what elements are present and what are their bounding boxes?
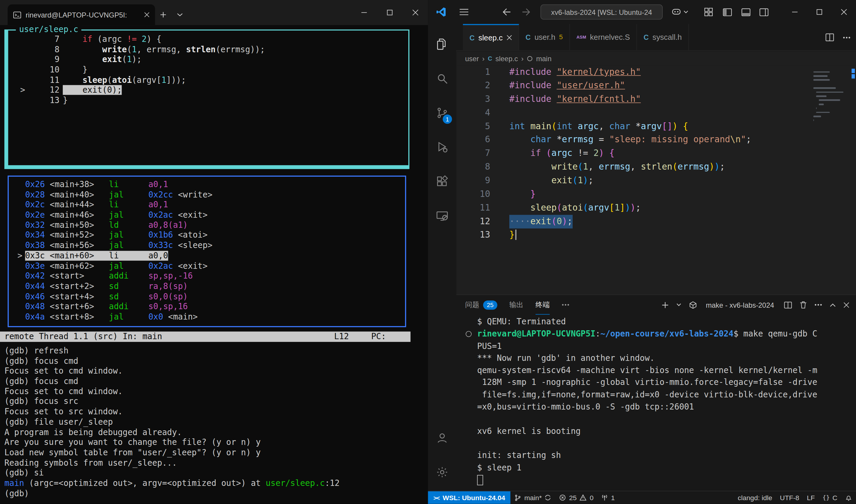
symbol-method-icon	[527, 55, 533, 61]
vscode-maximize-button[interactable]	[807, 0, 832, 24]
terminal-tab[interactable]: rinevard@LAPTOP-UCVNGP5I:	[8, 4, 155, 25]
command-center-search[interactable]: xv6-labs-2024 [WSL: Ubuntu-24	[541, 4, 663, 20]
eol-indicator[interactable]: LF	[803, 493, 819, 501]
problems-label: 问题	[465, 300, 479, 310]
gdb-console[interactable]: (gdb) refresh(gdb) focus cmdFocus set to…	[4, 346, 425, 499]
settings-gear-icon[interactable]	[428, 458, 456, 486]
account-icon[interactable]	[428, 424, 456, 452]
viewport: rinevard@LAPTOP-UCVNGP5I: user/sleep.c 7…	[0, 0, 856, 504]
c-file-icon: C	[469, 34, 475, 42]
code-line: 10 }	[8, 65, 409, 75]
code-line: qemu-system-riscv64 -machine virt -bios …	[465, 364, 848, 377]
remote-explorer-icon[interactable]	[428, 202, 456, 230]
notifications-bell[interactable]	[841, 493, 856, 501]
ports-indicator[interactable]: 1	[597, 491, 619, 504]
encoding-indicator[interactable]: UTF-8	[776, 493, 803, 501]
code-line: 7 if (argc != 2) {	[8, 34, 409, 44]
explorer-icon[interactable]	[428, 30, 456, 58]
panel-more-actions-icon[interactable]	[815, 304, 822, 306]
tab-user-h[interactable]: C user.h 5	[519, 24, 570, 50]
error-icon	[559, 494, 566, 501]
run-debug-icon[interactable]	[428, 133, 456, 161]
new-terminal-icon[interactable]	[662, 301, 669, 308]
gdb-source-lines: 7 if (argc != 2) {8 write(1, errmsg, str…	[8, 31, 409, 106]
minimap-line	[816, 95, 826, 97]
code-line: 0x4a <start+8> jal 0x0 <main>	[8, 312, 405, 322]
minimap-line	[814, 75, 828, 77]
minimap-line	[819, 103, 824, 105]
terminal-tab-close-icon[interactable]	[144, 12, 150, 17]
tab-kernelvec-s[interactable]: ASM kernelvec.S	[570, 24, 637, 50]
eol-label: LF	[807, 493, 815, 501]
breadcrumb-separator: ›	[482, 54, 485, 63]
tab-sleep-c[interactable]: C sleep.c	[463, 24, 519, 50]
gdb-source-title: user/sleep.c	[16, 25, 82, 34]
split-terminal-icon[interactable]	[784, 301, 792, 308]
panel-more-icon[interactable]	[562, 304, 569, 306]
code-line: 0x46 <start+4> sd s0,0(sp)	[8, 291, 405, 302]
customize-layout-icon[interactable]	[704, 0, 713, 24]
copilot-icon[interactable]	[671, 0, 681, 24]
chevron-down-icon[interactable]	[684, 0, 689, 24]
code-line: (gdb) focus cmd	[4, 356, 425, 366]
split-editor-icon[interactable]	[825, 33, 834, 41]
tab-output[interactable]: 输出	[509, 295, 524, 314]
new-tab-button[interactable]	[155, 4, 171, 25]
maximize-panel-icon[interactable]	[830, 303, 836, 307]
radio-tower-icon	[601, 493, 608, 501]
tab-close-icon[interactable]	[506, 35, 512, 40]
branch-indicator[interactable]: main*	[511, 491, 555, 504]
toggle-sidebar-icon[interactable]	[723, 0, 732, 24]
kill-terminal-icon[interactable]	[800, 301, 807, 309]
code-editor[interactable]: 1#include "kernel/types.h"2#include "use…	[457, 65, 856, 294]
code-line: (gdb) focus src	[4, 397, 425, 407]
toggle-panel-icon[interactable]	[741, 0, 751, 24]
code-line	[465, 474, 848, 486]
minimap[interactable]	[814, 69, 848, 124]
maximize-button[interactable]	[377, 0, 402, 25]
lsp-label: clangd: idle	[738, 493, 772, 501]
forward-button[interactable]	[522, 0, 530, 24]
toggle-secondary-sidebar-icon[interactable]	[759, 0, 769, 24]
search-icon[interactable]	[428, 65, 456, 93]
breadcrumb-symbol[interactable]: main	[536, 54, 551, 63]
tab-dropdown-button[interactable]	[172, 4, 188, 25]
sync-icon	[544, 494, 551, 501]
problems-badge: 25	[483, 300, 497, 309]
language-indicator[interactable]: {} C	[819, 493, 841, 501]
language-label: C	[833, 493, 838, 501]
terminal-dropdown-icon[interactable]	[677, 303, 682, 306]
integrated-terminal[interactable]: $ QEMU: Terminatedrinevard@LAPTOP-UCVNGP…	[465, 316, 848, 490]
tab-terminal[interactable]: 终端	[535, 295, 550, 314]
c-file-icon: C	[526, 33, 531, 41]
tab-label: kernelvec.S	[590, 33, 630, 41]
warning-icon	[580, 494, 587, 501]
remote-indicator[interactable]: >< WSL: Ubuntu-24.04	[428, 491, 511, 504]
lsp-status[interactable]: clangd: idle	[734, 493, 776, 501]
more-actions-icon[interactable]	[843, 36, 851, 38]
terminal-instance-label[interactable]: make - xv6-labs-2024	[706, 301, 774, 309]
tab-label: syscall.h	[653, 33, 682, 41]
tab-problems[interactable]: 问题 25	[465, 295, 497, 314]
close-button[interactable]	[402, 0, 428, 25]
close-panel-icon[interactable]	[843, 302, 850, 308]
terminal-tab-title: rinevard@LAPTOP-UCVNGP5I:	[25, 11, 140, 19]
extensions-icon[interactable]	[428, 167, 456, 196]
vscode-minimize-button[interactable]	[782, 0, 807, 24]
code-line: 10 }	[457, 188, 856, 201]
code-line: main (argc=<optimized out>, argv=<optimi…	[4, 478, 425, 488]
problems-indicator[interactable]: 25 0	[555, 491, 597, 504]
breadcrumb-folder[interactable]: user	[465, 54, 479, 63]
source-control-icon[interactable]: 1	[428, 98, 456, 127]
terminal-icon	[13, 11, 21, 19]
back-button[interactable]	[502, 0, 511, 24]
breadcrumb: user › C sleep.c › main	[457, 51, 856, 66]
tab-syscall-h[interactable]: C syscall.h	[637, 24, 689, 50]
bottom-panel: 问题 25 输出 终端	[457, 294, 856, 491]
vscode-close-button[interactable]	[831, 0, 856, 24]
encoding-label: UTF-8	[780, 493, 799, 501]
terminal-titlebar: rinevard@LAPTOP-UCVNGP5I:	[0, 0, 428, 25]
breadcrumb-file[interactable]: sleep.c	[495, 54, 518, 63]
minimize-button[interactable]	[351, 0, 377, 25]
menu-icon[interactable]	[460, 0, 468, 24]
